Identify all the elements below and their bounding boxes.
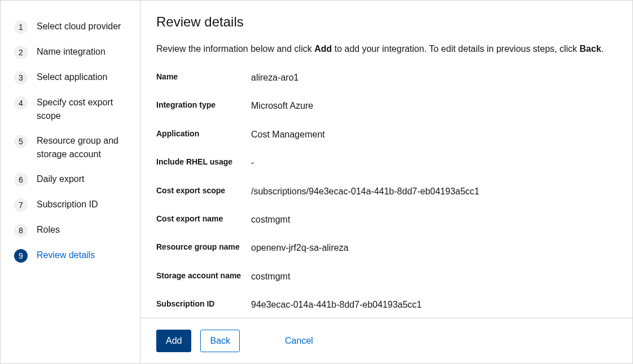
step-review-details[interactable]: 9 Review details — [1, 243, 140, 268]
detail-label-integration-type: Integration type — [156, 100, 247, 111]
step-label: Select application — [37, 70, 107, 84]
desc-bold-add: Add — [314, 44, 332, 54]
step-subscription-id[interactable]: 7 Subscription ID — [1, 192, 140, 217]
detail-value-include-rhel: - — [251, 157, 617, 169]
desc-text: Review the information below and click — [156, 44, 314, 54]
wizard-container: 1 Select cloud provider 2 Name integrati… — [0, 0, 633, 364]
step-label: Specify cost export scope — [37, 96, 126, 123]
detail-label-include-rhel: Include RHEL usage — [156, 157, 247, 168]
step-label: Review details — [37, 248, 95, 262]
step-number: 2 — [14, 46, 28, 59]
page-title: Review details — [156, 14, 617, 30]
step-daily-export[interactable]: 6 Daily export — [1, 167, 140, 192]
desc-text: to add your integration. To edit details… — [332, 44, 579, 54]
detail-value-cost-export-scope: /subscriptions/94e3ecac-014a-441b-8dd7-e… — [251, 185, 617, 198]
content-body: Review details Review the information be… — [140, 1, 632, 318]
step-label: Select cloud provider — [37, 20, 121, 33]
step-label: Daily export — [37, 172, 84, 186]
desc-bold-back: Back — [579, 44, 601, 54]
step-name-integration[interactable]: 2 Name integration — [1, 39, 140, 65]
step-number: 4 — [14, 96, 28, 110]
detail-label-storage-account: Storage account name — [156, 270, 247, 282]
step-label: Subscription ID — [37, 198, 98, 211]
detail-value-name: alireza-aro1 — [251, 72, 617, 84]
detail-label-subscription-id: Subscription ID — [156, 299, 247, 310]
detail-label-cost-export-scope: Cost export scope — [156, 185, 247, 197]
detail-label-resource-group: Resource group name — [156, 242, 247, 253]
back-button[interactable]: Back — [200, 330, 240, 352]
step-number: 7 — [14, 198, 28, 212]
step-number: 5 — [14, 135, 28, 148]
detail-label-name: Name — [156, 72, 247, 83]
step-number: 6 — [14, 173, 28, 187]
step-number: 8 — [14, 224, 28, 237]
page-description: Review the information below and click A… — [156, 42, 617, 56]
step-roles[interactable]: 8 Roles — [1, 217, 140, 243]
step-specify-cost-export-scope[interactable]: 4 Specify cost export scope — [1, 90, 140, 128]
cancel-button[interactable]: Cancel — [276, 330, 322, 352]
step-label: Roles — [37, 223, 60, 237]
detail-value-cost-export-name: costmgmt — [251, 214, 617, 226]
detail-value-integration-type: Microsoft Azure — [251, 100, 617, 112]
detail-value-storage-account: costmgmt — [251, 270, 617, 283]
step-number: 1 — [14, 20, 28, 34]
main-content: Review details Review the information be… — [140, 1, 632, 363]
step-resource-group-storage[interactable]: 5 Resource group and storage account — [1, 128, 140, 167]
detail-value-application: Cost Management — [251, 128, 617, 141]
step-number: 3 — [14, 71, 28, 85]
add-button[interactable]: Add — [156, 330, 191, 352]
detail-label-application: Application — [156, 128, 247, 140]
step-select-cloud-provider[interactable]: 1 Select cloud provider — [1, 14, 140, 39]
wizard-sidebar: 1 Select cloud provider 2 Name integrati… — [1, 1, 140, 363]
step-label: Resource group and storage account — [37, 134, 126, 161]
detail-value-resource-group: openenv-jrf2q-sa-alireza — [251, 242, 617, 254]
step-label: Name integration — [37, 45, 106, 59]
step-select-application[interactable]: 3 Select application — [1, 65, 140, 90]
wizard-footer: Add Back Cancel — [140, 318, 632, 363]
desc-text: . — [601, 44, 604, 54]
step-number: 9 — [14, 249, 28, 263]
details-list: Name alireza-aro1 Integration type Micro… — [156, 72, 617, 312]
detail-label-cost-export-name: Cost export name — [156, 214, 247, 225]
detail-value-subscription-id: 94e3ecac-014a-441b-8dd7-eb04193a5cc1 — [251, 299, 617, 311]
